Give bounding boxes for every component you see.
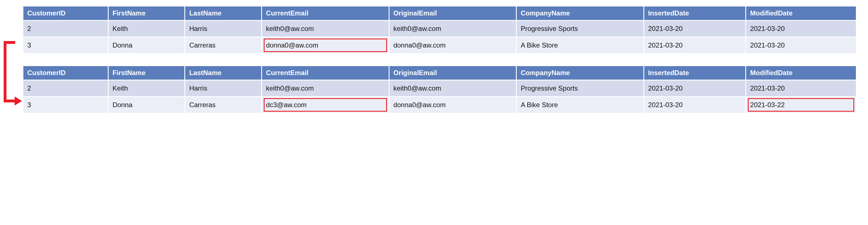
cell-last-name: Harris	[185, 81, 261, 96]
cell-first-name: Keith	[108, 21, 185, 37]
col-header-last-name: LastName	[185, 66, 261, 79]
cell-company-name: Progressive Sports	[517, 81, 643, 96]
cell-company-name: A Bike Store	[517, 97, 643, 113]
col-header-company-name: CompanyName	[517, 66, 643, 79]
cell-current-email: dc3@aw.com	[262, 97, 389, 113]
highlight-box	[748, 98, 854, 111]
highlight-box	[264, 98, 387, 111]
col-header-customer-id: CustomerID	[23, 6, 108, 20]
col-header-original-email: OriginalEmail	[390, 66, 516, 79]
table-after-body: 2KeithHarriskeith0@aw.comkeith0@aw.comPr…	[23, 81, 856, 113]
col-header-company-name: CompanyName	[517, 6, 643, 20]
cell-customer-id: 2	[23, 81, 108, 96]
cell-first-name: Donna	[108, 37, 185, 53]
cell-current-email: donna0@aw.com	[262, 37, 389, 53]
cell-first-name: Keith	[108, 81, 185, 96]
cell-first-name: Donna	[108, 97, 185, 113]
col-header-inserted-date: InsertedDate	[644, 66, 746, 79]
col-header-modified-date: ModifiedDate	[746, 6, 856, 20]
table-row: 2KeithHarriskeith0@aw.comkeith0@aw.comPr…	[23, 81, 856, 96]
change-arrow-icon	[1, 41, 23, 105]
cell-last-name: Carreras	[185, 97, 261, 113]
col-header-current-email: CurrentEmail	[262, 6, 389, 20]
cell-original-email: keith0@aw.com	[390, 21, 516, 37]
col-header-last-name: LastName	[185, 6, 261, 20]
cell-original-email: donna0@aw.com	[390, 37, 516, 53]
cell-inserted-date: 2021-03-20	[644, 21, 746, 37]
cell-customer-id: 3	[23, 97, 108, 113]
cell-last-name: Carreras	[185, 37, 261, 53]
cell-modified-date: 2021-03-20	[746, 37, 856, 53]
cell-original-email: keith0@aw.com	[390, 81, 516, 96]
cell-inserted-date: 2021-03-20	[644, 37, 746, 53]
cell-customer-id: 2	[23, 21, 108, 37]
col-header-current-email: CurrentEmail	[262, 66, 389, 79]
highlight-box	[264, 38, 387, 52]
cell-current-email: keith0@aw.com	[262, 81, 389, 96]
col-header-modified-date: ModifiedDate	[746, 66, 856, 79]
col-header-original-email: OriginalEmail	[390, 6, 516, 20]
cell-inserted-date: 2021-03-20	[644, 97, 746, 113]
cell-current-email: keith0@aw.com	[262, 21, 389, 37]
cell-customer-id: 3	[23, 37, 108, 53]
cell-company-name: Progressive Sports	[517, 21, 643, 37]
table-before-body: 2KeithHarriskeith0@aw.comkeith0@aw.comPr…	[23, 21, 856, 53]
table-row: 3DonnaCarrerasdonna0@aw.comdonna0@aw.com…	[23, 37, 856, 53]
table-row: 3DonnaCarrerasdc3@aw.comdonna0@aw.comA B…	[23, 97, 856, 113]
cell-modified-date: 2021-03-20	[746, 81, 856, 96]
cell-modified-date: 2021-03-22	[746, 97, 856, 113]
table-header-row: CustomerID FirstName LastName CurrentEma…	[23, 6, 856, 20]
cell-last-name: Harris	[185, 21, 261, 37]
col-header-first-name: FirstName	[108, 66, 185, 79]
cell-inserted-date: 2021-03-20	[644, 81, 746, 96]
cell-company-name: A Bike Store	[517, 37, 643, 53]
table-before: CustomerID FirstName LastName CurrentEma…	[23, 6, 857, 54]
col-header-inserted-date: InsertedDate	[644, 6, 746, 20]
col-header-first-name: FirstName	[108, 6, 185, 20]
table-header-row: CustomerID FirstName LastName CurrentEma…	[23, 66, 856, 79]
table-after: CustomerID FirstName LastName CurrentEma…	[23, 65, 857, 114]
cell-original-email: donna0@aw.com	[390, 97, 516, 113]
col-header-customer-id: CustomerID	[23, 66, 108, 79]
table-row: 2KeithHarriskeith0@aw.comkeith0@aw.comPr…	[23, 21, 856, 37]
cell-modified-date: 2021-03-20	[746, 21, 856, 37]
